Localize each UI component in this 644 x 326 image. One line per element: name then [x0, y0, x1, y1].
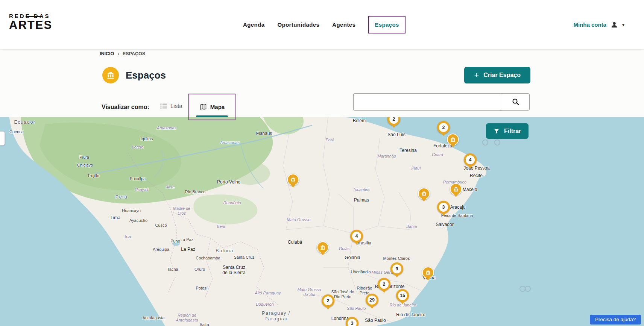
map-cluster-marker[interactable]: 15 — [396, 289, 409, 302]
cluster-count: 4 — [469, 157, 472, 162]
faded-cluster-circle — [525, 286, 531, 292]
cluster-count: 2 — [442, 125, 445, 130]
active-tab-indicator — [196, 115, 228, 117]
building-icon — [421, 191, 427, 197]
criar-espaco-label: Criar Espaço — [483, 72, 521, 79]
logo-line1: REDE DAS — [9, 13, 52, 19]
map-cluster-marker[interactable]: 2 — [322, 294, 334, 307]
map-cluster-marker[interactable]: 9 — [390, 262, 403, 275]
nav-espaços[interactable]: Espaços — [368, 16, 406, 33]
breadcrumb-espacos: ESPAÇOS — [123, 51, 145, 56]
list-icon — [160, 103, 167, 109]
cluster-count: 3 — [351, 321, 354, 326]
building-icon — [320, 244, 326, 250]
cluster-count: 29 — [369, 297, 375, 303]
map-icon — [199, 103, 207, 111]
nav-oportunidades[interactable]: Oportunidades — [277, 21, 319, 28]
logo-line2: ARTES — [9, 19, 52, 31]
help-button[interactable]: Precisa de ajuda? — [590, 315, 641, 324]
building-icon — [453, 186, 459, 192]
chevron-right-icon: › — [117, 51, 119, 57]
logo[interactable]: REDE DAS ARTES — [9, 13, 52, 31]
main-nav: AgendaOportunidadesAgentesEspaços — [243, 0, 406, 49]
search-input[interactable] — [353, 93, 502, 111]
user-icon — [610, 21, 618, 29]
nav-agentes[interactable]: Agentes — [332, 21, 355, 28]
breadcrumb: INICIO › ESPAÇOS — [100, 51, 145, 57]
page-title: Espaços — [126, 70, 166, 81]
search-icon — [512, 98, 520, 106]
cluster-count: 9 — [396, 266, 398, 271]
map-pin-marker[interactable] — [422, 267, 434, 279]
map[interactable]: EcuadorCuencaIquitosLoretoAmazonasAmazon… — [0, 117, 644, 326]
criar-espaco-button[interactable]: + Criar Espaço — [464, 67, 530, 83]
map-cluster-marker[interactable]: 2 — [437, 121, 450, 134]
building-icon — [290, 177, 296, 183]
cluster-count: 15 — [400, 293, 405, 298]
view-lista-tab[interactable]: Lista — [160, 103, 182, 109]
page: REDE DAS ARTES AgendaOportunidadesAgente… — [0, 0, 644, 326]
title-row: Espaços + Criar Espaço — [102, 67, 530, 83]
map-cluster-marker[interactable]: 3 — [346, 317, 358, 326]
search — [353, 93, 530, 111]
map-cluster-marker[interactable]: 4 — [350, 230, 363, 243]
view-mapa-label: Mapa — [210, 104, 225, 110]
view-label: Visualizar como: — [102, 104, 149, 111]
account-label: Minha conta — [573, 21, 606, 28]
map-pin-marker[interactable] — [317, 241, 329, 253]
cluster-count: 2 — [383, 282, 386, 287]
content-strip: INICIO › ESPAÇOS Espaços + Criar Espaço … — [0, 49, 644, 117]
nav-agenda[interactable]: Agenda — [243, 21, 264, 28]
chevron-down-icon[interactable]: ▾ — [622, 22, 624, 27]
map-pin-marker[interactable] — [418, 188, 430, 200]
map-cluster-marker[interactable]: 4 — [464, 153, 477, 166]
filter-icon — [494, 128, 500, 134]
cluster-count: 4 — [355, 234, 358, 239]
faded-cluster-circle — [494, 139, 500, 146]
cluster-count: 2 — [393, 117, 395, 122]
faded-cluster-circle — [482, 139, 488, 146]
building-icon — [450, 136, 456, 143]
plus-icon: + — [474, 71, 479, 79]
map-cluster-marker[interactable]: 2 — [387, 117, 400, 126]
filtrar-label: Filtrar — [504, 128, 521, 135]
map-cluster-marker[interactable]: 2 — [378, 278, 390, 291]
map-pin-marker[interactable] — [287, 174, 299, 186]
map-side-handle[interactable] — [0, 131, 5, 146]
account-menu[interactable]: Minha conta ▾ — [573, 0, 624, 49]
map-pin-marker[interactable] — [447, 133, 459, 146]
map-cluster-marker[interactable]: 29 — [366, 294, 378, 306]
map-markers-layer: 2 2 4 3 4 9 2 15 29 2 3 — [0, 117, 644, 326]
filtrar-button[interactable]: Filtrar — [486, 123, 529, 139]
map-pin-marker[interactable] — [450, 183, 462, 195]
map-cluster-marker[interactable]: 3 — [437, 201, 450, 214]
building-icon — [425, 270, 431, 276]
breadcrumb-inicio[interactable]: INICIO — [100, 51, 114, 56]
building-icon — [106, 71, 115, 80]
cluster-count: 2 — [327, 298, 330, 303]
view-lista-label: Lista — [170, 103, 182, 109]
espacos-icon — [102, 67, 119, 83]
cluster-count: 3 — [442, 205, 445, 210]
view-mapa-tab[interactable]: Mapa — [188, 94, 235, 120]
header: REDE DAS ARTES AgendaOportunidadesAgente… — [0, 0, 644, 49]
search-button[interactable] — [502, 93, 530, 111]
